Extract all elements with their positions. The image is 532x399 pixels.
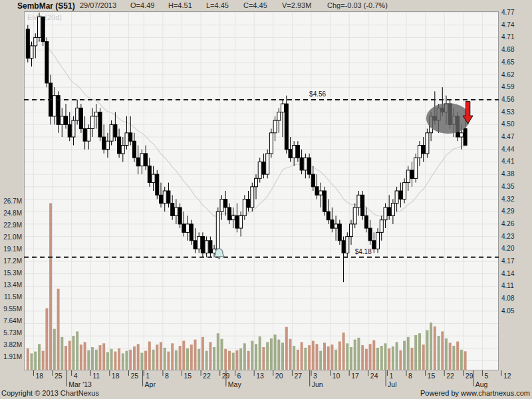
- volume-bar: [68, 341, 71, 370]
- candle-body: [148, 166, 151, 183]
- candle-body: [353, 207, 356, 224]
- candle-body: [98, 112, 102, 137]
- candle-body: [38, 17, 41, 37]
- volume-bar: [308, 345, 311, 370]
- candle-body: [140, 154, 144, 166]
- volume-bar: [323, 342, 326, 370]
- volume-bar: [239, 348, 242, 370]
- candle-body: [152, 174, 155, 183]
- date-tick-label: 15: [428, 372, 436, 380]
- candle-body: [255, 178, 258, 187]
- candle-body: [231, 215, 235, 219]
- candle-body: [243, 200, 246, 216]
- volume-bar: [266, 342, 269, 370]
- volume-bar: [285, 327, 288, 370]
- date-tick-label: 8: [408, 372, 412, 380]
- volume-axis-label: 1.91M: [0, 353, 22, 361]
- candle-body: [239, 215, 243, 228]
- date-tick-label: 29: [466, 372, 473, 380]
- date-tick-label: 5: [484, 372, 488, 380]
- volume-axis-label: 17.2M: [0, 257, 22, 265]
- candle-body: [61, 116, 64, 125]
- volume-bar: [65, 346, 67, 370]
- candle-body: [273, 120, 277, 133]
- candle-body: [300, 158, 303, 170]
- candle-body: [68, 124, 71, 137]
- volume-bar: [338, 342, 341, 370]
- volume-bar: [137, 344, 140, 370]
- powered-by-link[interactable]: Powered by www.chartnexus.com: [420, 389, 530, 397]
- date-tick-label: 4: [74, 372, 78, 380]
- date-tick-label: 22: [203, 372, 211, 380]
- volume-bar: [361, 345, 364, 370]
- volume-axis-label: 19.1M: [0, 245, 22, 253]
- candle-body: [106, 141, 109, 150]
- volume-bar: [357, 338, 360, 370]
- candle-body: [26, 29, 29, 59]
- price-axis-label: 4.59: [501, 83, 514, 91]
- volume-bar: [259, 336, 261, 370]
- volume-bar: [312, 341, 315, 370]
- volume-bar: [201, 337, 204, 370]
- candle-body: [395, 191, 398, 203]
- candle-body: [118, 137, 121, 154]
- candle-body: [83, 129, 86, 142]
- date-tick-label: 6: [237, 372, 241, 380]
- volume-bar: [102, 343, 105, 370]
- price-axis-label: 4.53: [501, 108, 514, 116]
- volume-bar: [342, 332, 345, 370]
- candle-body: [319, 191, 323, 195]
- volume-bar: [399, 350, 402, 370]
- candle-body: [269, 133, 273, 154]
- volume-bar: [316, 344, 319, 370]
- candle-body: [201, 237, 204, 253]
- volume-bar: [384, 343, 387, 370]
- month-tick-label: May: [228, 380, 241, 388]
- candle-body: [399, 191, 402, 200]
- volume-bar: [274, 334, 277, 370]
- volume-bar: [449, 342, 452, 370]
- volume-axis-label: 9.55M: [0, 305, 22, 313]
- price-axis-label: 4.71: [501, 33, 514, 41]
- price-axis-label: 4.29: [501, 207, 514, 215]
- volume-bar: [144, 351, 147, 370]
- date-tick-label: 17: [351, 372, 359, 380]
- candle-body: [209, 241, 212, 253]
- volume-bar: [224, 349, 227, 370]
- volume-bar: [372, 340, 375, 370]
- volume-bar: [304, 348, 307, 370]
- candle-body: [190, 224, 193, 241]
- volume-bar: [327, 346, 330, 370]
- date-tick-label: 18: [35, 372, 43, 380]
- price-axis-label: 4.65: [501, 59, 514, 66]
- date-tick-label: 25: [130, 372, 138, 380]
- date-tick-label: 13: [256, 372, 264, 380]
- candle-body: [167, 191, 170, 203]
- volume-bar: [45, 308, 48, 370]
- candle-body: [110, 124, 113, 141]
- volume-bar: [213, 347, 215, 370]
- candlestick-chart[interactable]: [0, 0, 532, 399]
- candle-body: [198, 237, 201, 249]
- date-tick-label: 11: [92, 372, 100, 380]
- volume-bar: [319, 351, 322, 370]
- candle-body: [384, 207, 387, 220]
- date-tick-label: 29: [222, 372, 230, 380]
- month-tick-label: Mar '13: [68, 380, 92, 388]
- price-axis-label: 4.56: [501, 96, 514, 104]
- volume-bar: [392, 346, 394, 370]
- price-axis-label: 4.47: [501, 133, 514, 141]
- bell-clapper: [218, 257, 221, 259]
- volume-bar: [331, 344, 333, 370]
- highlight-ellipse-annotation[interactable]: [426, 103, 470, 134]
- volume-axis-label: 26.7M: [0, 198, 22, 205]
- candle-body: [251, 187, 254, 207]
- volume-bar: [251, 341, 253, 370]
- date-tick-label: 12: [503, 372, 511, 380]
- candle-body: [289, 150, 292, 158]
- volume-bar: [438, 336, 440, 370]
- candle-body: [266, 154, 269, 174]
- candle-body: [41, 17, 45, 41]
- candle-body: [372, 241, 376, 249]
- date-tick-label: 24: [370, 372, 378, 380]
